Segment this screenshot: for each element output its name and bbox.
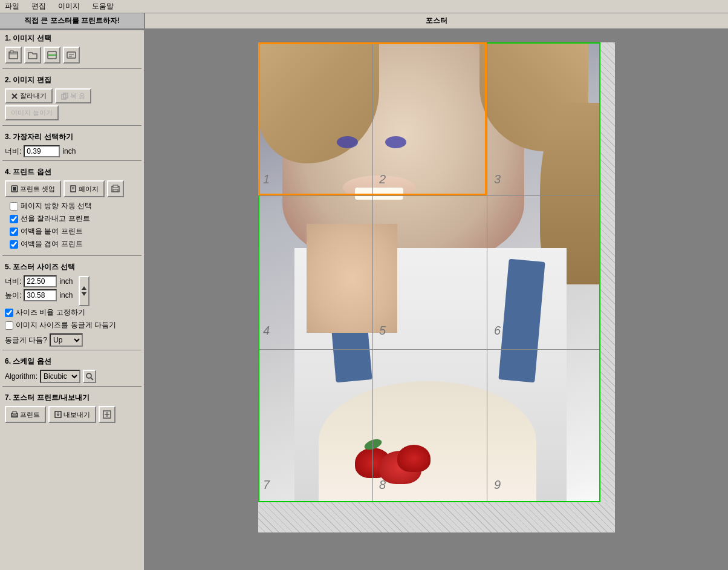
svg-rect-1 [10, 51, 13, 53]
svg-rect-8 [13, 187, 16, 191]
cell-8: 8 [379, 478, 386, 492]
cell-2: 2 [379, 172, 386, 186]
left-panel: 1. 이미지 선택 2. 이미지 편집 [0, 30, 145, 570]
round-label: 동글게 다듬? [5, 335, 47, 346]
poster-height-unit: inch [59, 291, 73, 300]
menubar: 파일 편집 이미지 도움말 [0, 0, 728, 13]
section-poster-size-title: 5. 포스터 사이즈 선택 [0, 259, 144, 274]
open-folder-button[interactable] [24, 47, 41, 64]
menu-image[interactable]: 이미지 [56, 0, 82, 13]
algorithm-row: Algorithm: Bicubic Bilinear Nearest [0, 370, 144, 383]
print-option-buttons: 프린트 셋업 페이지 페이지 방향 자동 선택 선을 잘라내고 프린트 [0, 179, 144, 252]
checkbox-auto-orientation-input[interactable] [10, 202, 18, 211]
print-button[interactable]: 프린트 [5, 406, 46, 423]
poster-width-label: 너비: [5, 277, 21, 287]
image-select-buttons [0, 45, 144, 65]
print-setup-button[interactable]: 프린트 셋업 [5, 180, 61, 197]
cell-9: 9 [494, 478, 501, 492]
algorithm-select[interactable]: Bicubic Bilinear Nearest [40, 370, 80, 383]
poster-height-input[interactable] [24, 289, 57, 301]
poster-height-row: 높이: inch [0, 289, 77, 301]
section-image-select-title: 1. 이미지 선택 [0, 30, 144, 45]
copy-button[interactable]: 복 음 [55, 88, 91, 103]
resize-button[interactable]: 이미지 늘이기 [5, 105, 59, 120]
section-margin-title: 3. 가장자리 선택하기 [0, 129, 144, 143]
top-headers: 직접 큰 포스터를 프린트하자! 포스터 [0, 13, 728, 30]
photo-background [258, 42, 600, 502]
checkbox-cut-lines-input[interactable] [10, 215, 18, 223]
svg-rect-4 [67, 52, 76, 58]
checkbox-overlap-print-label: 여백을 붙여 프린트 [21, 226, 83, 237]
export-extra-button[interactable] [99, 406, 115, 423]
checkbox-fix-ratio: 사이즈 비율 고정하기 [0, 306, 144, 319]
open-url-button[interactable] [63, 47, 80, 64]
svg-rect-0 [9, 52, 18, 59]
checkbox-overlap-print: 여백을 붙여 프린트 [5, 225, 139, 238]
cell-6: 6 [494, 324, 501, 338]
right-panel-title: 포스터 [145, 13, 728, 29]
checkbox-round-size-label: 이미지 사이즈를 동글게 다듬기 [16, 320, 116, 330]
left-panel-title: 직접 큰 포스터를 프린트하자! [0, 13, 145, 29]
checkbox-auto-orientation: 페이지 방향 자동 선택 [5, 200, 139, 212]
checkbox-cut-lines-label: 선을 잘라내고 프린트 [21, 214, 90, 224]
section-image-edit-title: 2. 이미지 편집 [0, 72, 144, 87]
menu-file[interactable]: 파일 [2, 0, 22, 13]
section-scale-title: 6. 스케일 옵션 [0, 353, 144, 368]
section-export-title: 7. 포스터 프린트/내보내기 [0, 390, 144, 404]
svg-rect-14 [113, 189, 118, 191]
cut-button[interactable]: 잘라내기 [5, 88, 53, 103]
margin-width-input[interactable] [24, 145, 60, 157]
image-edit-buttons: 잘라내기 복 음 이미지 늘이기 [0, 87, 144, 122]
print-extra-button[interactable] [107, 180, 124, 197]
svg-rect-13 [113, 185, 118, 188]
canvas-area: 1 2 3 4 5 6 7 8 9 [145, 30, 728, 545]
hatch-bottom [258, 502, 615, 532]
menu-edit[interactable]: 편집 [29, 0, 48, 13]
round-select[interactable]: Up Down [50, 333, 83, 347]
poster-height-label: 높이: [5, 290, 21, 301]
margin-unit-label: inch [62, 147, 76, 156]
export-buttons: 프린트 내보내기 [0, 404, 144, 425]
checkbox-round-size: 이미지 사이즈를 동글게 다듬기 [0, 319, 144, 332]
open-scan-button[interactable] [44, 47, 60, 64]
menu-help[interactable]: 도움말 [89, 0, 116, 13]
open-file-button[interactable] [5, 47, 22, 64]
margin-width-row: 너비: inch [0, 145, 144, 157]
export-button[interactable]: 내보내기 [48, 406, 96, 423]
poster-width-input[interactable] [24, 275, 57, 287]
cell-3: 3 [494, 172, 501, 186]
page-button[interactable]: 페이지 [63, 180, 105, 197]
checkbox-cut-lines: 선을 잘라내고 프린트 [5, 212, 139, 225]
poster-grid: 1 2 3 4 5 6 7 8 9 [258, 42, 615, 532]
svg-marker-15 [82, 286, 86, 290]
checkbox-auto-orientation-label: 페이지 방향 자동 선택 [21, 201, 92, 211]
algorithm-search-button[interactable] [83, 370, 96, 383]
checkbox-fix-ratio-input[interactable] [5, 309, 13, 317]
poster-width-row: 너비: inch [0, 275, 77, 287]
checkbox-overlap-cover-input[interactable] [10, 240, 18, 249]
margin-width-label: 너비: [5, 146, 21, 157]
right-panel[interactable]: 1 2 3 4 5 6 7 8 9 [145, 30, 728, 570]
round-row: 동글게 다듬? Up Down [0, 333, 144, 347]
checkbox-round-size-input[interactable] [5, 321, 13, 330]
checkbox-overlap-print-input[interactable] [10, 228, 18, 236]
cell-7: 7 [263, 478, 270, 492]
svg-line-18 [91, 378, 93, 380]
cell-1: 1 [263, 172, 270, 186]
hatch-right [600, 42, 615, 502]
checkbox-overlap-cover: 여백을 겹여 프린트 [5, 238, 139, 251]
checkbox-fix-ratio-label: 사이즈 비율 고정하기 [16, 307, 85, 318]
checkbox-overlap-cover-label: 여백을 겹여 프린트 [21, 239, 83, 249]
size-scroll-bar[interactable] [79, 276, 89, 306]
svg-marker-16 [82, 292, 86, 296]
cell-5: 5 [379, 324, 386, 338]
main-content: 1. 이미지 선택 2. 이미지 편집 [0, 30, 728, 570]
svg-rect-20 [13, 411, 16, 414]
svg-rect-21 [13, 415, 16, 417]
poster-width-unit: inch [59, 277, 73, 286]
algorithm-label: Algorithm: [5, 372, 37, 381]
section-print-options-title: 4. 프린트 옵션 [0, 164, 144, 179]
svg-point-17 [86, 373, 91, 378]
cell-4: 4 [263, 324, 270, 338]
